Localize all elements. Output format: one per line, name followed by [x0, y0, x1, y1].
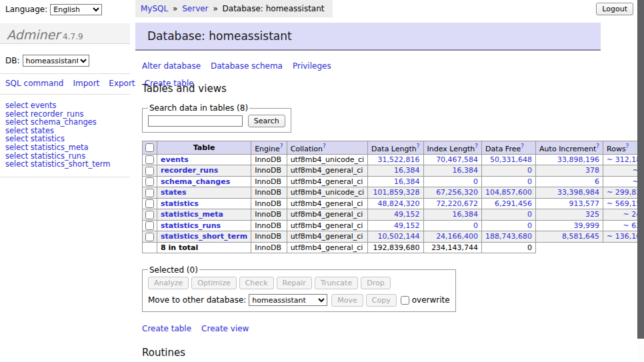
db-nav-link[interactable]: Alter database [142, 61, 201, 71]
engine-cell: InnoDB [251, 231, 287, 243]
index-length-link[interactable]: 67,256,320 [436, 188, 478, 197]
search-button[interactable]: Search [248, 115, 285, 127]
table-row: statistics_short_termInnoDButf8mb4_gener… [143, 231, 644, 243]
sidebar-select-link[interactable]: select schema_changes [5, 118, 125, 127]
bulk-repair-button[interactable]: Repair [277, 277, 312, 289]
data-free-link[interactable]: 0 [527, 210, 532, 219]
table-name-cell: statistics_short_term [157, 231, 251, 243]
table-name-link[interactable]: recorder_runs [161, 166, 218, 175]
data-free-link[interactable]: 188,743,680 [485, 232, 532, 241]
create-link[interactable]: Create view [201, 324, 249, 333]
column-header-label: Index Length [427, 145, 475, 153]
language-select[interactable]: English [50, 4, 102, 15]
move-db-select[interactable]: homeassistant [249, 294, 327, 306]
sidebar-action-link[interactable]: SQL command [5, 79, 63, 88]
index-length-link[interactable]: 72,220,672 [436, 199, 478, 208]
auto-increment-cell: 913,577 [536, 198, 603, 209]
overwrite-checkbox[interactable] [401, 296, 409, 305]
auto-increment-link[interactable]: 6 [595, 177, 599, 186]
auto-increment-cell: 378 [536, 165, 603, 177]
auto-increment-link[interactable]: 39,999 [574, 221, 600, 230]
db-select[interactable]: homeassistant [23, 55, 89, 67]
select-all-checkbox[interactable] [145, 143, 154, 152]
row-checkbox[interactable] [145, 177, 154, 186]
table-name-link[interactable]: statistics_short_term [161, 232, 247, 241]
data-length-link[interactable]: 16,384 [394, 166, 420, 175]
table-row: statistics_metaInnoDButf8mb4_general_ci4… [143, 209, 644, 221]
table-name-link[interactable]: statistics_runs [161, 221, 221, 230]
breadcrumb-link-server[interactable]: Server [182, 4, 208, 13]
data-free-link[interactable]: 0 [527, 221, 532, 230]
auto-increment-link[interactable]: 378 [585, 166, 599, 175]
row-checkbox[interactable] [145, 167, 154, 175]
data-free-link[interactable]: 50,331,648 [490, 155, 532, 164]
data-free-link[interactable]: 104,857,600 [485, 188, 532, 197]
bulk-drop-button[interactable]: Drop [361, 277, 390, 289]
db-nav-link[interactable]: Privileges [293, 61, 331, 71]
db-nav-link[interactable]: Database schema [211, 61, 283, 71]
sidebar-select-link[interactable]: select events [5, 101, 125, 110]
bulk-check-button[interactable]: Check [239, 277, 274, 289]
copy-button[interactable]: Copy [366, 294, 397, 307]
index-length-link[interactable]: 70,467,584 [436, 155, 478, 164]
data-length-link[interactable]: 10,502,144 [378, 232, 420, 241]
logout-button[interactable]: Logout [596, 3, 633, 15]
sidebar-action-link[interactable]: Import [73, 79, 99, 88]
table-name-link[interactable]: statistics [161, 199, 199, 208]
breadcrumb-link-mysql[interactable]: MySQL [141, 4, 168, 13]
table-name-link[interactable]: statistics_meta [161, 210, 223, 219]
table-name-link[interactable]: events [161, 155, 189, 164]
auto-increment-link[interactable]: 8,581,645 [562, 232, 599, 241]
auto-increment-link[interactable]: 913,577 [569, 199, 600, 208]
data-length-link[interactable]: 48,824,320 [378, 199, 420, 208]
create-links-row: Create tableCreate view [142, 324, 644, 333]
move-button[interactable]: Move [331, 294, 363, 307]
help-link[interactable]: ? [323, 143, 326, 149]
scrollbar-track[interactable] [637, 0, 644, 362]
table-name-link[interactable]: schema_changes [161, 177, 230, 186]
table-name-cell: events [157, 154, 251, 165]
row-checkbox[interactable] [145, 189, 154, 197]
index-length-link[interactable]: 16,384 [453, 166, 479, 175]
data-length-link[interactable]: 101,859,328 [373, 188, 420, 197]
help-link[interactable]: ? [280, 143, 283, 149]
row-checkbox[interactable] [145, 221, 154, 230]
table-name-link[interactable]: states [161, 188, 187, 197]
bulk-analyze-button[interactable]: Analyze [148, 277, 189, 289]
auto-increment-cell: 33,398,984 [536, 187, 603, 199]
row-checkbox[interactable] [145, 233, 154, 241]
bulk-optimize-button[interactable]: Optimize [191, 277, 236, 289]
auto-increment-link[interactable]: 33,398,984 [557, 188, 599, 197]
auto-increment-link[interactable]: 33,898,196 [557, 155, 599, 164]
bulk-truncate-button[interactable]: Truncate [315, 277, 358, 289]
search-input[interactable] [148, 115, 243, 127]
data-length-link[interactable]: 49,152 [394, 210, 420, 219]
sidebar-table-list: select eventsselect recorder_runsselect … [0, 95, 130, 177]
collation-cell: utf8mb4_general_ci [287, 165, 367, 177]
index-length-link[interactable]: 0 [473, 177, 478, 186]
data-length-link[interactable]: 31,522,816 [378, 155, 420, 164]
help-link[interactable]: ? [475, 143, 478, 149]
help-link[interactable]: ? [417, 143, 420, 149]
data-free-link[interactable]: 0 [527, 177, 532, 186]
sidebar-select-link[interactable]: select statistics_meta [5, 143, 125, 152]
help-link[interactable]: ? [626, 143, 629, 149]
sidebar-action-link[interactable]: Export [109, 79, 135, 88]
help-link[interactable]: ? [596, 143, 599, 149]
create-link[interactable]: Create table [142, 324, 191, 333]
row-checkbox[interactable] [145, 199, 154, 208]
auto-increment-link[interactable]: 325 [585, 210, 599, 219]
index-length-link[interactable]: 0 [473, 221, 478, 230]
row-checkbox[interactable] [145, 211, 154, 219]
index-length-link[interactable]: 24,166,400 [436, 232, 478, 241]
help-link[interactable]: ? [521, 143, 524, 149]
data-free-link[interactable]: 6,291,456 [495, 199, 532, 208]
index-length-link[interactable]: 16,384 [453, 210, 479, 219]
data-free-link[interactable]: 0 [527, 166, 532, 175]
sidebar-select-link[interactable]: select statistics_short_term [5, 160, 125, 169]
data-length-link[interactable]: 16,384 [394, 177, 420, 186]
data-length-link[interactable]: 49,152 [394, 221, 420, 230]
db-label: DB: [5, 56, 20, 65]
row-checkbox[interactable] [145, 155, 154, 164]
scrollbar-thumb[interactable] [637, 0, 644, 339]
